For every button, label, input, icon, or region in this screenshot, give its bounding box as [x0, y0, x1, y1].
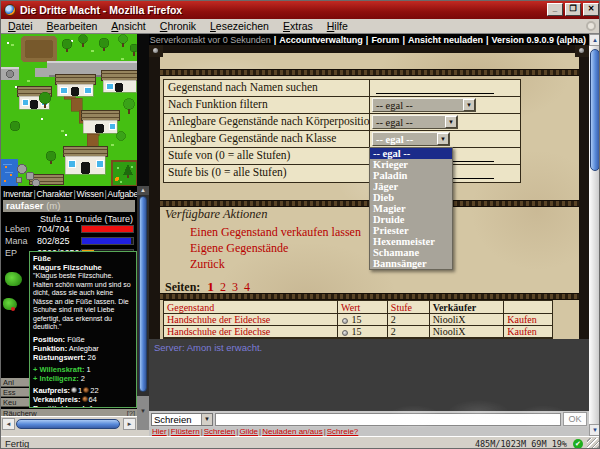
close-button[interactable]: ✕ [583, 3, 599, 16]
resize-grip[interactable] [587, 438, 600, 449]
form-row-name-search: Gegenstand nach Namen suchen [164, 80, 520, 97]
action-link-verkaufen[interactable]: Einen Gegenstand verkaufen lassen [190, 225, 361, 240]
dropdown-option[interactable]: Magier [370, 203, 452, 214]
name-search-input[interactable] [376, 82, 494, 94]
scroll-right-arrow[interactable]: ► [123, 418, 136, 430]
menubar: Datei Bearbeiten Ansicht Chronik Lesezei… [1, 19, 600, 34]
menu-datei[interactable]: Datei [1, 20, 40, 32]
form-row-stufe-bis: Stufe bis (0 = alle Stufen) [164, 165, 520, 182]
ornate-divider [160, 293, 579, 300]
sidebar-scrollbar[interactable]: ▲ ▼ [137, 186, 149, 430]
dropdown-option[interactable]: Dieb [370, 192, 452, 203]
kaufen-link[interactable]: Kaufen [504, 326, 552, 337]
page-link[interactable]: 2 [220, 280, 226, 294]
link-ansicht-neuladen[interactable]: Ansicht neuladen [408, 35, 483, 45]
chat-link-schreien[interactable]: Schreien [204, 427, 236, 436]
character-class-line: Stufe 11 Druide (Taure) [40, 214, 133, 224]
tooltip-slot: Füße [33, 254, 133, 263]
item-value-cell: 15 [338, 326, 388, 337]
page-current: 1 [207, 279, 214, 294]
dropdown-option[interactable]: Schamane [370, 247, 452, 258]
item-name-link[interactable]: Handschuhe der Eidechse [164, 314, 338, 325]
map-scroll-gap [137, 34, 149, 186]
dropdown-option[interactable]: Krieger [370, 159, 452, 170]
scroll-left-arrow[interactable]: ◄ [2, 418, 15, 430]
chat-link-gilde[interactable]: Gilde [239, 427, 258, 436]
status-ok-icon: ✔ [573, 439, 583, 449]
tab-charakter[interactable]: Charakter [37, 189, 73, 199]
chat-channel-links: Hier|Flüstern|Schreien|Gilde|Neuladen an… [149, 427, 589, 436]
horizontal-scroll-thumb[interactable] [16, 419, 120, 429]
item-help-marker[interactable]: [?] [127, 409, 135, 416]
dropdown-option[interactable]: Jäger [370, 181, 452, 192]
kaufen-link[interactable]: Kaufen [504, 314, 552, 325]
copper-coin-icon [82, 396, 88, 402]
page-link[interactable]: 3 [232, 280, 238, 294]
menu-lesezeichen[interactable]: Lesezeichen [203, 20, 276, 32]
function-filter-select[interactable]: -- egal -- ▼ [372, 98, 476, 112]
bodyposition-filter-select[interactable]: -- egal -- ▼ [372, 115, 458, 129]
link-forum[interactable]: Forum [371, 35, 399, 45]
map-horizontal-scrollbar[interactable]: ◄ ► [1, 416, 137, 430]
chat-input-row: Schreien ▼ OK [149, 411, 589, 427]
tooltip-item-name: Klagurs Filzschuhe [33, 263, 133, 272]
dropdown-arrow-icon[interactable]: ▼ [445, 116, 457, 128]
character-name-bar: raufaser (m) [3, 200, 135, 212]
character-gender: (m) [46, 200, 60, 211]
tab-inventar[interactable]: Inventar [3, 189, 32, 199]
chat-link-hier[interactable]: Hier [152, 427, 167, 436]
mana-bar [81, 237, 134, 245]
parchment-area: Gegenstand nach Namen suchen Nach Funkti… [160, 53, 579, 339]
scroll-down-arrow[interactable]: ▼ [589, 424, 600, 436]
chat-link-neuladen[interactable]: Neuladen an/aus [262, 427, 323, 436]
dropdown-arrow-icon[interactable]: ▼ [201, 414, 212, 425]
item-name-link[interactable]: Handschuhe der Eidechse [164, 326, 338, 337]
class-filter-select[interactable]: -- egal -- ▼ [372, 132, 450, 146]
page-link[interactable]: 4 [244, 280, 250, 294]
minimize-button[interactable]: _ [547, 3, 563, 16]
chat-message-input[interactable] [215, 413, 561, 426]
inventory-item-row[interactable]: Räucherw[?] [1, 409, 137, 416]
dropdown-option[interactable]: Bannsänger [370, 258, 452, 269]
action-link-zurueck[interactable]: Zurück [190, 257, 225, 272]
scroll-up-arrow[interactable]: ▲ [137, 186, 149, 195]
menu-extras[interactable]: Extras [276, 20, 320, 32]
dropdown-option[interactable]: -- egal -- [370, 148, 452, 159]
dropdown-option[interactable]: Priester [370, 225, 452, 236]
tab-aufgaben[interactable]: Aufgaben [108, 189, 137, 199]
maximize-button[interactable]: ❐ [565, 3, 581, 16]
menu-chronik[interactable]: Chronik [153, 20, 203, 32]
chat-link-schreie[interactable]: Schreie? [327, 427, 359, 436]
scroll-down-arrow[interactable]: ▼ [137, 396, 149, 430]
chat-ok-button[interactable]: OK [563, 412, 587, 426]
dropdown-arrow-icon[interactable]: ▼ [463, 99, 475, 111]
window-title: Die Dritte Macht - Mozilla Firefox [20, 4, 182, 16]
menu-bearbeiten[interactable]: Bearbeiten [40, 20, 105, 32]
form-row-function-filter: Nach Funktion filtern -- egal -- ▼ [164, 97, 520, 114]
status-text: Fertig [5, 438, 29, 449]
chat-channel-select[interactable]: Schreien ▼ [151, 413, 213, 426]
menu-hilfe[interactable]: Hilfe [320, 20, 355, 32]
menu-ansicht[interactable]: Ansicht [104, 20, 152, 32]
window-scroll-thumb[interactable] [590, 49, 600, 171]
dropdown-option[interactable]: Druide [370, 214, 452, 225]
dropdown-arrow-icon[interactable]: ▼ [437, 133, 449, 145]
character-name: raufaser [6, 200, 44, 211]
inventory-berry-icon [11, 307, 15, 311]
scroll-up-arrow[interactable]: ▲ [589, 34, 600, 46]
stat-mana: Mana 802/825 [1, 236, 137, 247]
dropdown-option[interactable]: Hexenmeister [370, 236, 452, 247]
character-sidebar: Inventar|Charakter|Wissen|Aufgaben|Log r… [1, 186, 137, 416]
sidebar-scroll-thumb[interactable] [139, 196, 147, 392]
game-map[interactable] [1, 34, 137, 186]
item-filter-form: Gegenstand nach Namen suchen Nach Funkti… [163, 79, 521, 183]
form-row-stufe-von: Stufe von (0 = alle Stufen) [164, 148, 520, 165]
link-accountverwaltung[interactable]: Accountverwaltung [279, 35, 363, 45]
tab-wissen[interactable]: Wissen [76, 189, 103, 199]
window-scrollbar[interactable]: ▲ ▼ [589, 34, 600, 436]
dropdown-option[interactable]: Paladin [370, 170, 452, 181]
titlebar[interactable]: Die Dritte Macht - Mozilla Firefox _ ❐ ✕ [1, 1, 600, 19]
chat-link-fluestern[interactable]: Flüstern [171, 427, 200, 436]
browser-window: Die Dritte Macht - Mozilla Firefox _ ❐ ✕… [0, 0, 600, 449]
action-link-eigene[interactable]: Eigene Gegenstände [190, 241, 288, 256]
